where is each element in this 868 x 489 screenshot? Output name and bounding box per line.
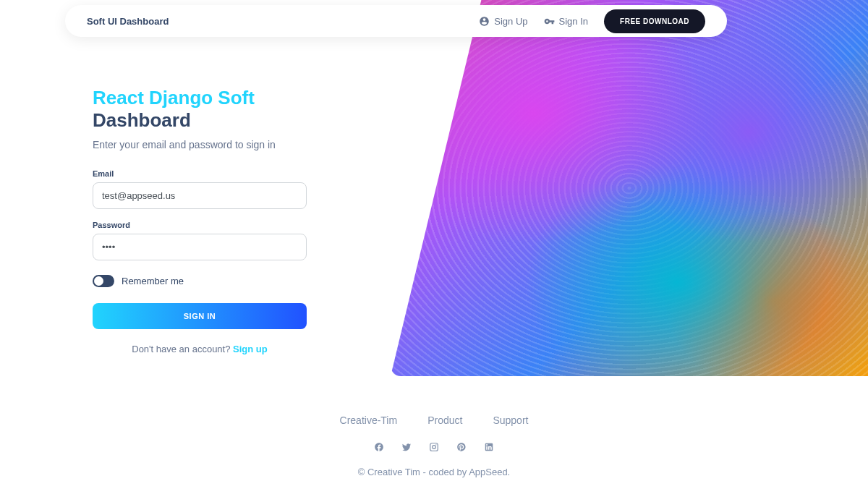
footer-links: Creative-Tim Product Support xyxy=(0,414,868,426)
instagram-icon[interactable] xyxy=(429,442,439,452)
signup-nav-link[interactable]: Sign Up xyxy=(479,16,527,27)
signup-prompt-text: Don't have an account? xyxy=(132,344,233,354)
brand-title[interactable]: Soft UI Dashboard xyxy=(87,16,169,27)
signup-link[interactable]: Sign up xyxy=(233,344,268,354)
signin-nav-link[interactable]: Sign In xyxy=(544,16,588,27)
linkedin-icon[interactable] xyxy=(484,442,494,452)
email-label: Email xyxy=(93,169,310,178)
social-icons xyxy=(0,442,868,452)
title-part-1: React Django Soft xyxy=(93,87,255,109)
person-icon xyxy=(479,16,490,27)
facebook-icon[interactable] xyxy=(374,442,384,452)
password-field[interactable] xyxy=(93,234,307,260)
email-field[interactable] xyxy=(93,182,307,209)
page-title: React Django Soft Dashboard xyxy=(93,87,310,132)
signup-prompt: Don't have an account? Sign up xyxy=(93,344,307,354)
remember-row: Remember me xyxy=(93,275,310,287)
signin-nav-label: Sign In xyxy=(559,16,588,27)
toggle-knob xyxy=(94,276,103,286)
key-icon xyxy=(544,16,555,27)
footer-link-product[interactable]: Product xyxy=(427,414,462,426)
page-subtitle: Enter your email and password to sign in xyxy=(93,139,310,150)
pinterest-icon[interactable] xyxy=(456,442,467,452)
signin-button[interactable]: SIGN IN xyxy=(93,303,307,329)
remember-toggle[interactable] xyxy=(93,275,114,287)
copyright-text: © Creative Tim - coded by AppSeed. xyxy=(0,467,868,477)
title-part-2: Dashboard xyxy=(93,109,191,131)
hero-decorative-image xyxy=(391,0,868,376)
password-label: Password xyxy=(93,221,310,229)
signin-form: React Django Soft Dashboard Enter your e… xyxy=(93,87,310,354)
footer-link-support[interactable]: Support xyxy=(493,414,528,426)
remember-label: Remember me xyxy=(122,276,184,286)
footer-link-creative-tim[interactable]: Creative-Tim xyxy=(340,414,398,426)
top-navigation: Soft UI Dashboard Sign Up Sign In FREE D… xyxy=(65,5,727,37)
signup-nav-label: Sign Up xyxy=(494,16,527,27)
page-footer: Creative-Tim Product Support © Creative … xyxy=(0,414,868,477)
free-download-button[interactable]: FREE DOWNLOAD xyxy=(604,9,705,33)
twitter-icon[interactable] xyxy=(401,442,412,452)
